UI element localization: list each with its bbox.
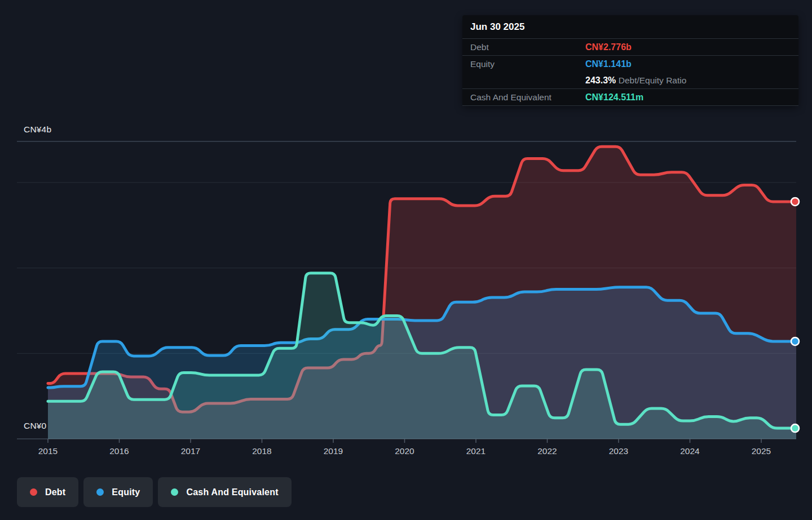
x-tick-label-2017: 2017 xyxy=(171,446,210,456)
equity-endpoint-marker[interactable] xyxy=(791,337,799,345)
legend-item-debt[interactable]: Debt xyxy=(17,477,78,507)
debt-endpoint-marker[interactable] xyxy=(791,198,799,206)
cash-color-dot xyxy=(171,488,178,496)
x-tick-label-2022: 2022 xyxy=(528,446,567,456)
cash-endpoint-marker[interactable] xyxy=(791,424,799,432)
tooltip-row-cash: Cash And Equivalent CN¥124.511m xyxy=(462,89,798,106)
tooltip-ratio-label: Debt/Equity Ratio xyxy=(619,75,687,85)
tooltip-row-equity: Equity CN¥1.141b xyxy=(462,56,798,72)
legend-label-debt: Debt xyxy=(45,487,65,497)
tooltip-ratio-value: 243.3% xyxy=(585,75,616,85)
x-tick-label-2020: 2020 xyxy=(385,446,425,456)
x-tick-label-2015: 2015 xyxy=(28,446,68,456)
x-tick-label-2019: 2019 xyxy=(314,446,353,456)
legend-item-equity[interactable]: Equity xyxy=(83,477,153,507)
legend-label-cash: Cash And Equivalent xyxy=(186,487,278,497)
legend-item-cash[interactable]: Cash And Equivalent xyxy=(158,477,291,507)
tooltip-debt-label: Debt xyxy=(470,42,585,52)
chart-legend: DebtEquityCash And Equivalent xyxy=(17,477,292,507)
debt-color-dot xyxy=(30,488,37,496)
tooltip-cash-value: CN¥124.511m xyxy=(585,92,643,103)
y-axis-zero-label: CN¥0 xyxy=(24,421,46,431)
equity-color-dot xyxy=(96,488,104,496)
x-tick-label-2021: 2021 xyxy=(456,446,496,456)
tooltip-date: Jun 30 2025 xyxy=(462,15,798,39)
x-tick-label-2016: 2016 xyxy=(100,446,139,456)
chart-tooltip: Jun 30 2025 Debt CN¥2.776b Equity CN¥1.1… xyxy=(462,15,798,106)
x-tick-label-2025: 2025 xyxy=(742,446,781,456)
tooltip-equity-label: Equity xyxy=(470,59,585,69)
tooltip-row-debt: Debt CN¥2.776b xyxy=(462,39,798,56)
tooltip-debt-value: CN¥2.776b xyxy=(585,42,632,52)
tooltip-row-ratio: 243.3% Debt/Equity Ratio xyxy=(462,72,798,89)
tooltip-equity-value: CN¥1.141b xyxy=(585,59,632,69)
debt-equity-history-panel: CN¥4b CN¥0 20152016201720182019202020212… xyxy=(0,0,812,520)
x-tick-label-2018: 2018 xyxy=(242,446,282,456)
legend-label-equity: Equity xyxy=(112,487,140,497)
x-tick-label-2023: 2023 xyxy=(599,446,638,456)
y-axis-max-label: CN¥4b xyxy=(24,125,51,135)
x-tick-label-2024: 2024 xyxy=(670,446,710,456)
tooltip-cash-label: Cash And Equivalent xyxy=(470,92,585,103)
